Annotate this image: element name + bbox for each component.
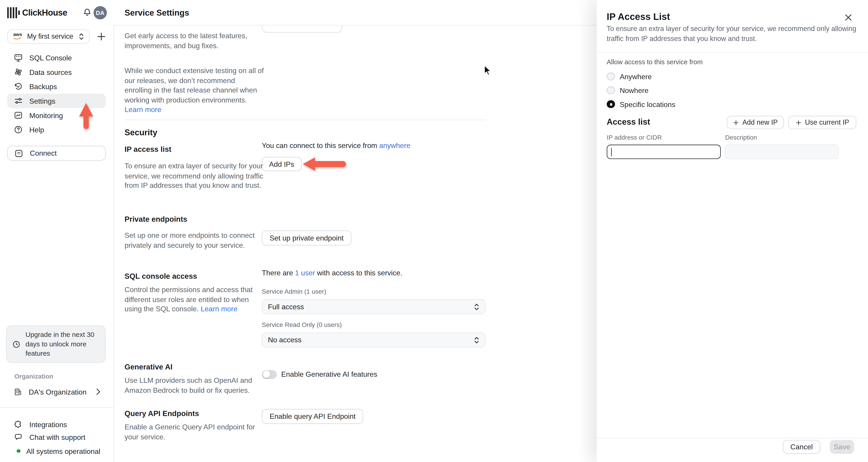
terminal-monitor-icon bbox=[14, 53, 23, 62]
sidebar-item-label: Chat with support bbox=[29, 433, 86, 441]
page-title: Service Settings bbox=[125, 0, 189, 25]
ip-address-label: IP address or CIDR bbox=[607, 134, 662, 141]
avatar[interactable]: DA bbox=[94, 6, 107, 20]
annotation-arrow-up bbox=[79, 103, 94, 130]
panel-title: IP Access List bbox=[607, 11, 670, 23]
sidebar: ClickHouse DA aws My first service bbox=[0, 0, 114, 462]
save-button[interactable]: Save bbox=[830, 440, 854, 454]
sidebar-item-label: Monitoring bbox=[29, 111, 63, 119]
fast-release-paragraph-1: Get early access to the latest features,… bbox=[125, 31, 264, 51]
annotation-arrow-left bbox=[303, 157, 346, 171]
service-selector-label: My first service bbox=[27, 33, 74, 40]
sidebar-item-data-sources[interactable]: Data sources bbox=[7, 65, 106, 79]
learn-more-link[interactable]: Learn more bbox=[125, 105, 161, 114]
sidebar-item-backups[interactable]: Backups bbox=[7, 79, 106, 94]
cancel-button[interactable]: Cancel bbox=[783, 440, 820, 454]
brand-title: ClickHouse bbox=[22, 6, 67, 19]
close-icon[interactable] bbox=[845, 14, 852, 21]
plus-icon bbox=[796, 119, 802, 125]
chevron-updown-icon bbox=[474, 303, 479, 310]
sidebar-item-label: Help bbox=[29, 125, 44, 134]
radio-label: Nowhere bbox=[620, 86, 649, 94]
description-label: Description bbox=[725, 134, 757, 141]
sidebar-item-label: Backups bbox=[29, 82, 57, 91]
service-admin-select[interactable]: Full access bbox=[262, 299, 485, 314]
add-service-button[interactable] bbox=[96, 32, 106, 41]
clock-icon bbox=[12, 340, 21, 348]
query-api-description: Enable a Generic Query API endpoint for … bbox=[125, 422, 264, 442]
ip-address-input[interactable] bbox=[607, 145, 721, 159]
fast-release-text: While we conduct extensive testing on al… bbox=[125, 66, 264, 104]
service-selector[interactable]: aws My first service bbox=[7, 29, 90, 44]
radio-option-nowhere[interactable]: Nowhere bbox=[607, 85, 649, 96]
radio-label: Anywhere bbox=[620, 73, 652, 81]
sidebar-item-label: Integrations bbox=[29, 421, 67, 429]
radio-option-specific-locations[interactable]: Specific locations bbox=[607, 99, 675, 110]
panel-description: To ensure an extra layer of security for… bbox=[607, 24, 857, 44]
sql-console-access-title: SQL console access bbox=[125, 272, 197, 280]
radio-selected-icon bbox=[607, 100, 615, 108]
radio-icon bbox=[607, 73, 615, 81]
generative-ai-toggle[interactable] bbox=[262, 370, 277, 379]
radio-label: Specific locations bbox=[620, 100, 675, 108]
access-list-heading: Access list bbox=[607, 117, 650, 126]
wifi-square-icon bbox=[14, 149, 23, 158]
ip-access-status: You can connect to this service from any… bbox=[262, 141, 410, 149]
connect-label: Connect bbox=[30, 149, 57, 157]
ip-access-list-title: IP access list bbox=[125, 145, 171, 154]
organization-name: DA's Organization bbox=[29, 387, 90, 396]
generative-ai-title: Generative AI bbox=[125, 363, 173, 371]
status-ok-dot-icon bbox=[17, 449, 20, 453]
aws-logo-icon: aws bbox=[13, 33, 23, 40]
chevron-updown-icon bbox=[79, 33, 84, 40]
service-readonly-select[interactable]: No access bbox=[262, 333, 485, 347]
status-text: with access to this service. bbox=[315, 269, 402, 277]
connect-button[interactable]: Connect bbox=[7, 146, 106, 161]
description-input[interactable] bbox=[725, 145, 839, 159]
query-api-title: Query API Endpoints bbox=[125, 409, 199, 418]
plus-icon bbox=[733, 119, 739, 125]
history-clock-icon bbox=[14, 82, 23, 91]
learn-more-link[interactable]: Learn more bbox=[201, 305, 238, 313]
radio-option-anywhere[interactable]: Anywhere bbox=[607, 71, 652, 82]
sql-console-access-status: There are 1 user with access to this ser… bbox=[262, 269, 402, 277]
setup-private-endpoint-button[interactable]: Set up private endpoint bbox=[262, 231, 351, 246]
sidebar-item-integrations[interactable]: Integrations bbox=[7, 417, 106, 432]
fast-release-paragraph-2: While we conduct extensive testing on al… bbox=[125, 66, 264, 114]
sidebar-item-label: Data sources bbox=[29, 68, 72, 76]
add-ips-button[interactable]: Add IPs bbox=[262, 157, 301, 171]
sliders-icon bbox=[14, 96, 23, 105]
clickhouse-console: ClickHouse DA aws My first service bbox=[0, 0, 868, 462]
one-user-link[interactable]: 1 user bbox=[295, 269, 315, 277]
use-current-ip-button[interactable]: Use current IP bbox=[788, 116, 856, 129]
sidebar-divider bbox=[0, 407, 114, 408]
line-chart-icon bbox=[14, 111, 23, 120]
sidebar-item-chat-support[interactable]: Chat with support bbox=[7, 430, 106, 444]
question-circle-icon bbox=[14, 125, 23, 134]
puzzle-icon bbox=[14, 420, 23, 429]
chevron-updown-icon bbox=[474, 336, 479, 344]
service-admin-label: Service Admin (1 user) bbox=[262, 288, 326, 295]
private-endpoints-description: Set up one or more endpoints to connect … bbox=[125, 231, 264, 250]
clickhouse-logo-icon bbox=[7, 7, 21, 18]
system-status[interactable]: All systems operational bbox=[7, 444, 106, 458]
allow-access-label: Allow access to this service from bbox=[607, 58, 703, 66]
organization-switcher[interactable]: DA's Organization bbox=[7, 385, 106, 399]
upgrade-notice-text: Upgrade in the next 30 days to unlock mo… bbox=[26, 330, 101, 358]
anywhere-link[interactable]: anywhere bbox=[379, 141, 410, 149]
section-divider bbox=[125, 120, 486, 120]
generative-ai-toggle-label: Enable Generative AI features bbox=[281, 370, 377, 378]
notifications-bell-icon[interactable] bbox=[83, 8, 92, 17]
mouse-cursor bbox=[484, 65, 492, 77]
page-header: Service Settings bbox=[114, 0, 597, 26]
orbit-icon bbox=[14, 68, 23, 77]
add-new-ip-button[interactable]: Add new IP bbox=[727, 116, 784, 129]
sidebar-item-sql-console[interactable]: SQL Console bbox=[7, 51, 106, 65]
generative-ai-description: Use LLM providers such as OpenAI and Ama… bbox=[125, 376, 264, 395]
ip-access-list-description: To ensure an extra layer of security for… bbox=[125, 161, 264, 191]
enable-query-api-button[interactable]: Enable query API Endpoint bbox=[262, 409, 363, 424]
status-text: There are bbox=[262, 269, 295, 277]
upgrade-notice[interactable]: Upgrade in the next 30 days to unlock mo… bbox=[6, 325, 106, 363]
speech-bubble-icon bbox=[14, 433, 23, 442]
sidebar-item-label: SQL Console bbox=[29, 53, 72, 62]
